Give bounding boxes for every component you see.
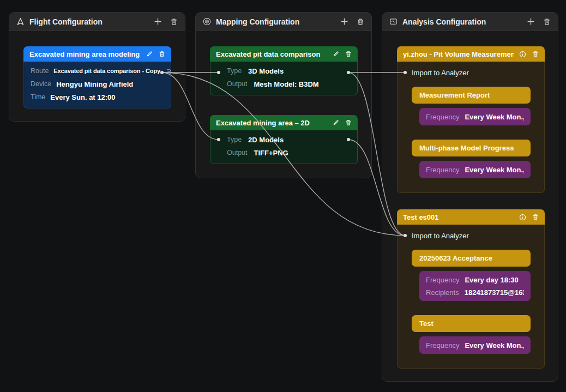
delete-flight-panel-button[interactable] <box>170 18 178 26</box>
frequency-label: Frequency <box>426 166 459 174</box>
flight-task-title: Excavated mining area modeling <box>29 50 141 58</box>
report-name: Measurement Report <box>419 91 490 99</box>
info-analyzer-2-icon[interactable] <box>519 214 526 221</box>
frequency-label: Frequency <box>426 276 459 284</box>
output-row: Output TIFF+PNG <box>217 146 351 159</box>
edit-mapping-1-icon[interactable] <box>333 51 339 57</box>
edit-flight-task-icon[interactable] <box>146 51 153 57</box>
delete-analyzer-1-icon[interactable] <box>532 51 539 57</box>
flight-task-card[interactable]: Excavated mining area modeling Route Exc… <box>23 46 171 108</box>
delete-mapping-panel-button[interactable] <box>357 18 364 26</box>
output-label: Output <box>227 149 248 156</box>
frequency-label: Frequency <box>426 341 459 349</box>
delete-mapping-2-icon[interactable] <box>345 119 352 126</box>
recipients-label: Recipients <box>426 288 459 297</box>
report-pill-acceptance[interactable]: 20250623 Acceptance <box>412 250 531 267</box>
report-group: Test Frequency Every Week Mon., T... <box>412 315 531 354</box>
mapping-configuration-panel: Mapping Configuration Excavated pit data… <box>195 12 372 178</box>
report-group: Multi-phase Model Progress Frequency Eve… <box>412 140 531 178</box>
device-row: Device Hengyu Mining Airfield <box>31 77 165 91</box>
analysis-panel-title: Analysis Configuration <box>402 17 522 26</box>
flight-task-card-body: Route Excavated pit data comparison - Co… <box>23 62 171 108</box>
analysis-configuration-panel: Analysis Configuration yi.zhou - Pit Vol… <box>382 12 558 382</box>
type-label: Type <box>227 136 242 143</box>
report-name: Test <box>419 319 433 328</box>
report-pill-multiphase[interactable]: Multi-phase Model Progress <box>412 140 531 156</box>
device-value: Hengyu Mining Airfield <box>56 80 133 88</box>
time-row: Time Every Sun. at 12:00 <box>31 91 165 104</box>
report-schedule[interactable]: Frequency Every Week Mon., T... <box>419 108 531 125</box>
analyzer-card-2[interactable]: Test es001 Import to Analyzer 20250623 A… <box>397 209 545 369</box>
report-schedule[interactable]: Frequency Every Week Mon., T... <box>419 161 531 178</box>
analyzer-card-1[interactable]: yi.zhou - Pit Volume Measurement Import … <box>397 46 545 193</box>
import-to-analyzer-label: Import to Analyzer <box>412 232 469 240</box>
analyzer-card-2-body: Import to Analyzer 20250623 Acceptance F… <box>397 225 545 369</box>
mapping-card-1-header: Excavated pit data comparison <box>210 46 358 62</box>
frequency-row: Frequency Every Week Mon., T... <box>426 111 524 123</box>
mapping-task-card-2[interactable]: Excavated mining area – 2D Type 2D Model… <box>210 115 358 164</box>
time-value: Every Sun. at 12:00 <box>50 93 115 101</box>
edit-mapping-2-icon[interactable] <box>333 119 339 126</box>
info-analyzer-1-icon[interactable] <box>519 51 526 58</box>
cube-in-circle-icon <box>203 17 211 26</box>
route-list-icon[interactable] <box>166 68 172 74</box>
recipients-value: 18241873715@163.c... <box>465 288 524 297</box>
analyzer-card-1-title: yi.zhou - Pit Volume Measurement <box>403 50 514 58</box>
mapping-panel-title: Mapping Configuration <box>216 17 335 26</box>
delete-analysis-panel-button[interactable] <box>543 18 551 26</box>
device-label: Device <box>31 80 51 88</box>
report-group: Measurement Report Frequency Every Week … <box>412 87 531 125</box>
import-to-analyzer-row: Import to Analyzer <box>412 230 531 241</box>
add-flight-button[interactable] <box>154 17 162 26</box>
report-pill-test[interactable]: Test <box>412 315 531 332</box>
frequency-row: Frequency Every Week Mon., T... <box>426 339 524 352</box>
report-schedule[interactable]: Frequency Every day 18:30 Recipients 182… <box>419 271 531 301</box>
recipients-row: Recipients 18241873715@163.c... <box>426 286 524 299</box>
type-value: 2D Models <box>248 136 284 144</box>
delete-flight-task-icon[interactable] <box>159 51 165 57</box>
route-label: Route <box>31 67 49 75</box>
time-label: Time <box>31 93 45 101</box>
analysis-panel-header: Analysis Configuration <box>382 13 558 31</box>
type-value: 3D Models <box>248 67 284 75</box>
output-row: Output Mesh Model: B3DM <box>217 77 351 91</box>
report-group: 20250623 Acceptance Frequency Every day … <box>412 250 531 301</box>
frequency-row: Frequency Every Week Mon., T... <box>426 164 524 176</box>
frequency-value: Every Week Mon., T... <box>465 166 524 174</box>
add-mapping-button[interactable] <box>340 17 348 26</box>
navigation-arrow-icon <box>16 17 25 26</box>
delete-mapping-1-icon[interactable] <box>345 51 352 57</box>
mapping-card-1-title: Excavated pit data comparison <box>216 50 327 58</box>
report-pill-measurement[interactable]: Measurement Report <box>412 87 531 104</box>
frequency-value: Every day 18:30 <box>465 276 518 284</box>
mapping-task-card-1[interactable]: Excavated pit data comparison Type 3D Mo… <box>210 46 358 95</box>
mapping-card-1-body: Type 3D Models Output Mesh Model: B3DM <box>210 62 358 95</box>
report-name: Multi-phase Model Progress <box>419 144 514 152</box>
mapping-card-2-body: Type 2D Models Output TIFF+PNG <box>210 130 358 164</box>
flight-task-card-header: Excavated mining area modeling <box>23 46 171 62</box>
type-row: Type 2D Models <box>217 133 351 146</box>
analyzer-card-2-title: Test es001 <box>403 213 514 221</box>
analyzer-card-1-body: Import to Analyzer Measurement Report Fr… <box>397 62 545 193</box>
delete-analyzer-2-icon[interactable] <box>532 214 539 220</box>
wave-chart-icon <box>389 17 398 26</box>
flight-panel-header: Flight Configuration <box>9 13 185 31</box>
add-analysis-button[interactable] <box>527 17 535 26</box>
flight-configuration-panel: Flight Configuration Excavated mining ar… <box>9 12 185 122</box>
output-value: TIFF+PNG <box>254 149 288 157</box>
report-schedule[interactable]: Frequency Every Week Mon., T... <box>419 336 531 354</box>
route-row: Route Excavated pit data comparison - Co… <box>31 64 165 77</box>
analyzer-card-2-header: Test es001 <box>397 209 545 225</box>
analyzer-card-1-header: yi.zhou - Pit Volume Measurement <box>397 46 545 62</box>
frequency-value: Every Week Mon., T... <box>465 113 524 121</box>
mapping-card-2-title: Excavated mining area – 2D <box>216 119 327 127</box>
import-to-analyzer-label: Import to Analyzer <box>412 69 469 77</box>
frequency-label: Frequency <box>426 113 459 121</box>
report-name: 20250623 Acceptance <box>419 254 492 262</box>
type-row: Type 3D Models <box>217 64 351 77</box>
mapping-panel-header: Mapping Configuration <box>196 13 371 31</box>
flight-panel-title: Flight Configuration <box>29 17 149 26</box>
frequency-row: Frequency Every day 18:30 <box>426 274 524 286</box>
type-label: Type <box>227 67 242 75</box>
workflow-canvas: { "theme": { "page-bg": "#111214", "pane… <box>0 0 566 392</box>
